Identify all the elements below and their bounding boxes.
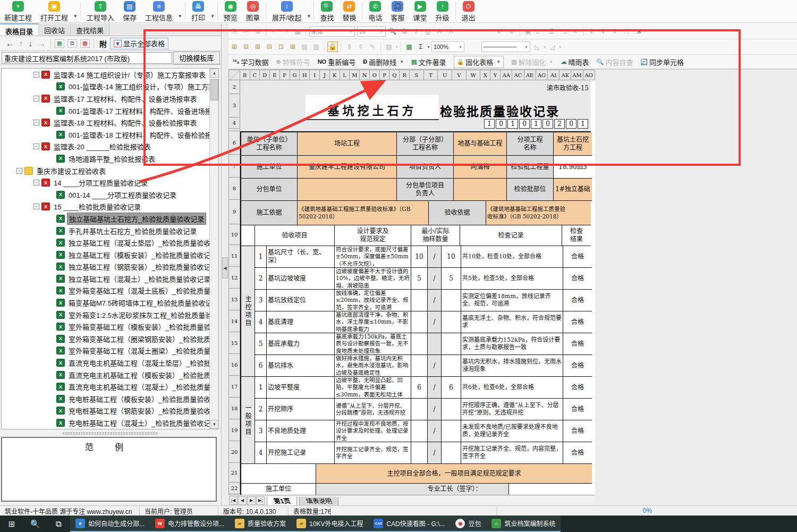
row-header-3[interactable]: 3 [228,94,240,117]
code-digit-cell[interactable]: 0 [496,119,506,129]
seq-cell[interactable]: 1 [255,377,267,399]
bold-icon[interactable]: B [399,26,410,37]
form-value-cell[interactable]: 《建筑地基基础工程施工质量验收标准》（GB 50202-2018） [298,201,429,225]
first-sheet-icon[interactable]: |◀ [229,496,238,505]
seq-cell[interactable]: 1 [255,246,267,268]
toolbar-button-退出[interactable]: ⏻退出 [457,0,480,22]
column-header-AM[interactable]: AM [571,70,583,80]
check-record-cell[interactable]: 实测定位偏差18mm，放线记录齐全、规范，可追溯 [461,290,563,311]
tree-item[interactable]: X场地道路平整_检验批报验表 [2,153,218,165]
dropdown-arrow-icon[interactable]: ▼ [306,14,312,19]
row-header-22[interactable]: 22 [228,483,240,494]
tree-item[interactable]: X充电桩基础工程（钢筋安装）_检验批质量验收记录 [2,405,218,417]
sheet-tab-第1页[interactable]: 第1页 [267,497,297,506]
column-header-AI[interactable]: AI [548,70,559,80]
scrollbar-thumb[interactable] [210,79,218,100]
tree-item[interactable]: X充电桩基础工程（混凝土）_检验批质量验收记录 [2,417,218,429]
tree-item[interactable]: X001-监理表-14 施工组织设计，（专项）施工方案报审 [2,81,218,93]
code-digit-cell[interactable]: 0 [542,119,553,129]
row-props-icon[interactable]: ▤ [299,41,310,52]
search-icon[interactable]: 🔍 [23,516,47,532]
attachment-button[interactable]: 附 [99,38,107,49]
code-digit-cell[interactable]: 1 [484,119,495,129]
distribute-even-icon[interactable]: ⫴ [609,26,620,37]
row-header-9[interactable]: 9 [228,200,240,224]
taskbar-item[interactable]: ⌂筑业档案编制系统 [486,516,561,532]
toolbar-button-工程信息[interactable]: ≡工程信息 [141,0,177,22]
column-header-B[interactable]: B [240,70,250,80]
requirement-cell[interactable]: 开挖施工记录齐全、规范，签字齐全 [335,442,411,464]
actual-sample-cell[interactable] [442,442,461,464]
scroll-down-icon[interactable]: ▼ [210,420,219,429]
toolbar-button-升级[interactable]: ↑升级 [431,0,454,22]
tree-item[interactable]: X充电桩基础工程（模板安装）_检验批质量验收记录 [2,393,218,405]
freeze-table-button[interactable]: 🔒固化表格▼ [454,56,504,68]
collapse-panel-icon[interactable]: ◀ [222,257,228,278]
tree-item[interactable]: X直流充电主机基础工程（混凝土垫层）_检验批质量验收记录 [2,357,218,369]
min-sample-cell[interactable] [411,311,428,333]
actual-sample-cell[interactable]: 5 [442,268,461,290]
column-header-AK[interactable]: AK [559,70,571,80]
check-result-cell[interactable]: 合格 [563,268,592,290]
column-header-X[interactable]: X [480,70,490,80]
code-digit-cell[interactable]: 2 [554,119,565,129]
slash-cell[interactable]: / [428,268,442,290]
insert-col-icon[interactable]: ⊞ [252,41,263,52]
column-header-U[interactable]: U [438,70,452,80]
strikethrough-button[interactable]: Đ画删除线▼ [363,57,404,67]
column-header-AE[interactable]: AE [524,70,536,80]
seq-cell[interactable]: 2 [255,399,267,420]
code-digit-cell[interactable]: 0 [519,119,530,129]
form-value-cell[interactable]: 地基与基础工程 [454,132,507,156]
row-header-17[interactable]: 17 [228,376,240,398]
tree-item[interactable]: X室外箱变基础工程（混凝土圈梁）_检验批质量验收记录 [2,345,218,357]
align-top-icon[interactable]: ⫍ [535,26,545,37]
check-record-cell[interactable]: 基底无浮土、杂物、积水，符合规范要求 [461,311,563,333]
slash-cell[interactable]: / [428,442,442,464]
tree-item[interactable]: X直流充电主机基础工程（模板安装）_检验批质量验收记录 [2,369,218,381]
min-sample-cell[interactable] [411,333,428,355]
column-header-I[interactable]: I [310,70,320,80]
column-header-E[interactable]: E [270,70,280,80]
copy-icon[interactable]: ⧉ [252,26,263,37]
requirement-cell[interactable]: 边坡坡度偏差不大于设计值的10%，边坡平整、稳定，无坍塌、滑坡隐患 [335,268,411,290]
form-value-cell[interactable]: 18.90m3 [554,156,592,179]
vertical-splitter[interactable]: ◀ [222,23,228,507]
min-sample-cell[interactable]: 6 [411,377,428,399]
spell-check-icon[interactable]: ✎ [367,41,378,52]
cut-icon[interactable]: ✂ [241,26,251,37]
tree-expander-icon[interactable]: − [33,96,39,102]
code-digit-cell[interactable]: 0 [566,119,576,129]
slash-cell[interactable]: / [428,377,442,399]
item-name-cell[interactable]: 开挖顺序 [267,399,335,420]
nav-up-icon[interactable]: ↑ [19,39,23,48]
row-header-15[interactable]: 15 [228,332,240,354]
min-sample-cell[interactable]: 5 [411,268,428,290]
column-header-AC[interactable]: AC [512,70,524,80]
requirement-cell[interactable]: 边坡平整，无明显凸起、凹陷，平整度允许偏差≤30mm，表面无松动土体 [335,377,411,399]
tree-item[interactable]: X室外箱变基础工程（模板安装）_检验批质量验收记录 [2,320,218,333]
taskbar-item[interactable]: ▰10KV外电接入工程 [291,516,368,532]
code-digit-cell[interactable]: 1 [578,119,588,129]
merge-cells-icon[interactable]: ⊡ [276,41,286,52]
foreman-sign-cell[interactable]: 专业工长（签字）： [401,484,509,495]
seq-cell[interactable]: 4 [255,442,267,464]
sheet-tab-填表说明[interactable]: 填表说明 [299,497,338,506]
column-header-Q[interactable]: Q [389,70,400,80]
zoom-select[interactable]: 100%▼ [431,41,464,52]
column-header-M[interactable]: M [350,70,360,80]
tree-item[interactable]: X室外箱变基础工程（圈梁钢筋安装）_检验批质量验收记录 [2,333,218,345]
distribute-v-icon[interactable]: ⫴ [598,26,608,37]
tab-查找结果[interactable]: 查找结果 [71,23,109,36]
tree-item[interactable]: −X监理表-14 施工组织设计/（专项）施工方案报审表 [2,69,218,81]
redo-icon[interactable]: ↷ [281,26,291,37]
row-header-8[interactable]: 8 [228,178,240,200]
tree-item[interactable]: X独立基础基坑土石挖方_检验批质量验收记录 [2,213,218,225]
column-header-K[interactable]: K [330,70,340,80]
check-record-cell[interactable]: 开挖顺序正确，遵循“从上至下、分层开挖”原则，无违规开挖 [461,399,563,420]
delete-row-icon[interactable]: ⊟ [241,41,251,52]
template-name-field[interactable]: 重庆建设工程档案编制系统2017 (市政版) [2,52,172,64]
check-record-cell[interactable]: 未发现不良地质/已按要求处理不良地质，处理记录齐全 [461,420,563,442]
seq-cell[interactable]: 3 [255,290,267,311]
requirement-cell[interactable]: 符合设计要求，底面尺寸偏差±50mm，深度偏差±50mm（不允许欠挖）， [335,246,411,268]
